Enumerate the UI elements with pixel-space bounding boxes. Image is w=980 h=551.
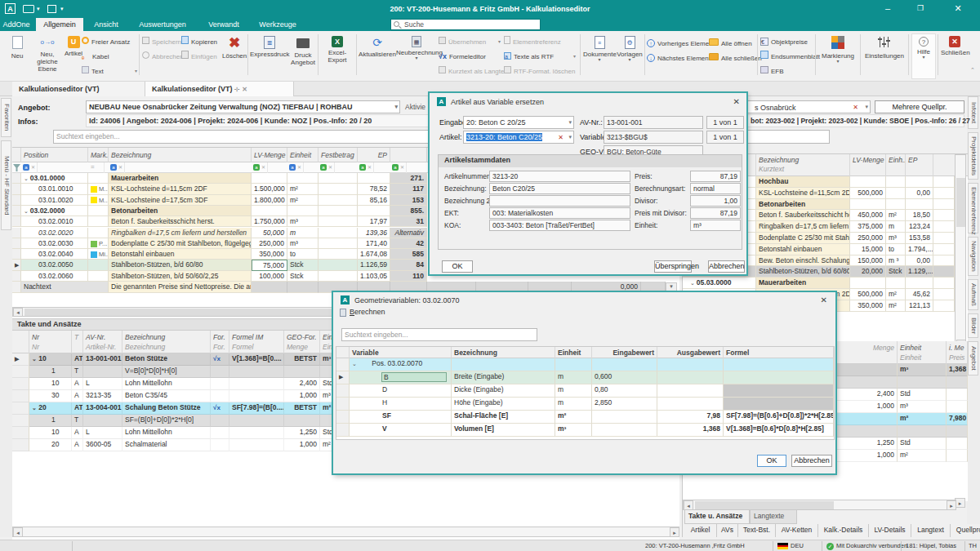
scroll-thumb[interactable] [956, 178, 965, 227]
close-dialog-icon[interactable]: ✕ [821, 295, 827, 304]
tab-langtexte[interactable]: Langtexte [750, 510, 797, 524]
ribbon-button-rtf_format_loeschen[interactable]: RTF-Format. löschen▾ [504, 65, 576, 78]
source-table-row[interactable]: ⌄ 05.03.0000Mauerarbeiten [683, 278, 955, 289]
geo-row[interactable]: SFSchal-Fläche [E]m²7,98SF[7.98]=(B[0.6]… [336, 411, 834, 424]
column-header[interactable]: Formel [724, 347, 834, 358]
side-tab-projektdetails[interactable]: Projektdetails [968, 132, 978, 180]
scroll-right-icon[interactable]: ▸ [670, 527, 679, 537]
column-header[interactable]: BezeichnungKurztext [756, 154, 850, 176]
column-header[interactable]: For.For. [211, 331, 229, 353]
ribbon-button-vorlagen[interactable]: ⚙Vorlagen▾ [617, 33, 643, 79]
filter-cell[interactable]: a✕ [318, 162, 335, 173]
ribbon-button-einstellungen[interactable]: Einstellungen [863, 33, 906, 79]
side-tab-elementreferenz[interactable]: Elementreferenz [968, 183, 978, 233]
filter-cell[interactable]: a✕ [390, 162, 407, 173]
ribbon-button-druck_angebot[interactable]: DruckAngebot [289, 33, 317, 79]
tab-takte-u-ansaetze[interactable]: Takte u. Ansätze [684, 510, 750, 524]
scroll-right-icon[interactable]: ▸ [947, 500, 956, 510]
angebot-select[interactable]: NEUBAU Neue Osnabrücker Zeitung Verwaltu… [86, 100, 400, 113]
ribbon-button-endsummenblatt[interactable]: Endsummenblatt [760, 51, 813, 63]
ribbon-button-kabel[interactable]: ₑKabel [82, 51, 137, 63]
takte-hscrollbar[interactable]: ◂▸ [12, 527, 679, 537]
chevron-down-icon[interactable]: ▾ [394, 101, 398, 113]
chevron-icon[interactable]: ⌄ [24, 208, 30, 214]
column-header[interactable]: Einheit [555, 347, 592, 358]
tab-textbst[interactable]: Text-Bst. [738, 524, 776, 537]
ribbon-button-excel_export[interactable]: XExcel-Export [319, 33, 355, 79]
filter-cell[interactable]: a✕ [21, 162, 38, 173]
menu-tab-auswertungen[interactable]: Auswertungen [131, 18, 194, 31]
menu-search-input[interactable]: Suche [390, 19, 541, 30]
chevron-down-icon[interactable]: ▾ [865, 101, 868, 113]
save-dropdown-icon[interactable]: ▾ [60, 4, 67, 14]
side-tab-bilder[interactable]: Bilder [968, 313, 978, 338]
ribbon-button-objektpreise[interactable]: €Objektpreise [760, 36, 813, 48]
save-icon[interactable] [47, 5, 56, 13]
column-header[interactable]: Mark. [88, 148, 109, 162]
column-header[interactable]: Einh... [886, 154, 906, 176]
artikel-combo[interactable]: 3213-20: Beton C20/25✕▾ [463, 131, 574, 144]
berechnen-menu-item[interactable]: Berechnen [340, 308, 397, 319]
column-header[interactable]: Eingabewert [592, 347, 657, 358]
menu-tab-verwandt[interactable]: Verwandt [201, 18, 247, 31]
column-header[interactable]: Festbetrag [318, 148, 358, 162]
source-table-vscrollbar[interactable]: ▾ [955, 154, 966, 350]
filter-icon[interactable] [13, 164, 20, 171]
close-tab-icon[interactable]: ✕ [242, 86, 247, 93]
abbrechen-button[interactable]: Abbrechen [791, 455, 832, 467]
ribbon-button-uebernehmen[interactable]: Übernehmen▾ [439, 36, 501, 48]
tab-quellprojekt[interactable]: Quellprojekt [951, 524, 980, 537]
tab-kalkulationseditor-2[interactable]: Kalkulationseditor (VT) ⊹ ✕ [145, 82, 294, 96]
column-header[interactable]: GEO-For.Menge [284, 331, 320, 353]
geo-row[interactable]: VVolumen [E]m³1,368V[1.368]=B[0.6]*D[0.8… [336, 424, 834, 437]
clear-icon[interactable]: ✕ [558, 132, 564, 144]
ribbon-button-neuberechnung[interactable]: ▦Neuberechnung▾ [396, 33, 437, 79]
ok-button[interactable]: OK [442, 260, 473, 273]
column-header[interactable]: Ausgabewert [657, 347, 724, 358]
open-dropdown-icon[interactable]: ▾ [37, 4, 43, 14]
tab-avs[interactable]: AVs [717, 524, 738, 537]
tab-artikel[interactable]: Artikel [684, 524, 717, 537]
ribbon-collapse-icon[interactable]: ⌃ [970, 67, 978, 75]
ribbon-button-texte_als_rtf[interactable]: aTexte als RTF▾ [504, 51, 576, 63]
minimize-icon[interactable]: – [875, 0, 900, 18]
ribbon-button-schliessen[interactable]: ✕Schließen [941, 33, 969, 79]
column-header[interactable]: Einheit [287, 148, 318, 162]
geo-row[interactable]: HHöhe (Eingabe)m2,850 [336, 398, 834, 411]
side-tab-aufma[interactable]: Aufmaß [968, 279, 978, 310]
ribbon-button-vorheriges_element[interactable]: ↑Vorheriges Element [647, 38, 706, 50]
filter-cell[interactable]: a✕ [252, 162, 268, 173]
column-header[interactable]: Formel IMFormel [229, 331, 284, 353]
open-folder-icon[interactable] [23, 5, 34, 13]
ueberspringen-button[interactable]: Überspringen [654, 260, 692, 273]
ribbon-button-loeschen[interactable]: ✖Löschen [222, 33, 247, 79]
chevron-down-icon[interactable]: ▾ [568, 117, 572, 128]
column-header[interactable]: Variable [350, 347, 452, 358]
close-window-icon[interactable]: ✕ [946, 0, 970, 18]
ribbon-button-markierung[interactable]: Markierung▾ [818, 33, 858, 79]
column-header[interactable]: AV-Nr.Artikel-Nr. [83, 331, 122, 353]
column-header[interactable]: EinheitEinheit [898, 341, 947, 364]
ribbon-button-elementreferenz[interactable]: Elementreferenz [504, 36, 576, 48]
abbrechen-button[interactable]: Abbrechen [708, 260, 745, 273]
ribbon-button-aktualisieren[interactable]: ⟳Aktualisieren [359, 33, 396, 79]
ribbon-button-naechstes_element[interactable]: ↓Nächstes Element [647, 52, 706, 64]
geo-row[interactable]: ▶BBreite (Eingabe)m0,600 [336, 371, 834, 384]
scroll-left-icon[interactable]: ◂ [13, 308, 23, 317]
column-header[interactable]: EP [358, 148, 390, 162]
side-tab-favoriten[interactable]: Favoriten [1, 98, 11, 137]
geo-row[interactable]: ⌄ Pos. 03.02.0070 [336, 358, 834, 371]
side-tab-angebot[interactable]: Angebot [968, 341, 978, 375]
ribbon-button-freier_ansatz[interactable]: Freier Ansatz [82, 36, 137, 48]
tab-langtext[interactable]: Langtext [911, 524, 951, 537]
tab-kalkdetails[interactable]: Kalk.-Details [818, 524, 869, 537]
column-header[interactable]: Position [21, 148, 88, 162]
column-header[interactable]: Bezeichnung [109, 148, 252, 162]
geo-row[interactable]: DDicke (Eingabe)m0,80 [336, 384, 834, 398]
tab-avketten[interactable]: AV-Ketten [776, 524, 818, 537]
ok-button[interactable]: OK [757, 455, 786, 467]
column-header[interactable]: i. MePreis [947, 341, 968, 364]
column-header[interactable]: LV-Menge [850, 154, 886, 176]
mehrere-quellpr-button[interactable]: Mehrere Quellpr. [875, 100, 964, 113]
menu-tab-ansicht[interactable]: Ansicht [88, 18, 124, 31]
